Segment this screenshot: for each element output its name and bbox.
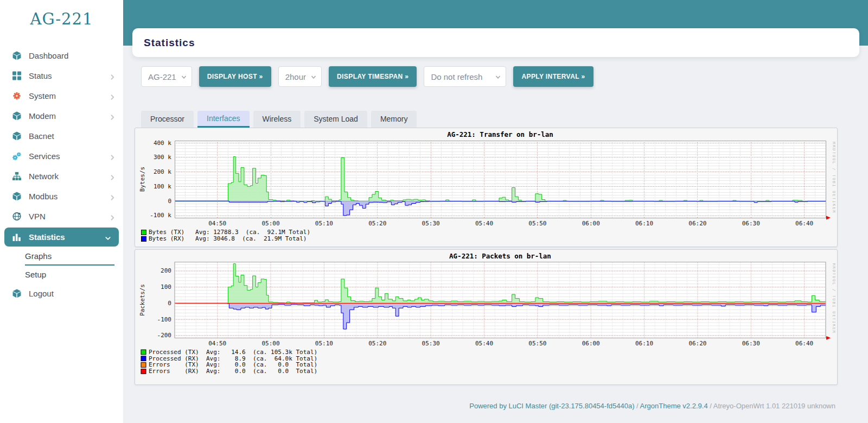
chevron-right-icon <box>109 93 116 99</box>
display-timespan-button[interactable]: DISPLAY TIMESPAN » <box>329 66 417 87</box>
svg-text:06:40: 06:40 <box>795 220 813 227</box>
sitemap-icon <box>11 172 22 181</box>
tab-system-load[interactable]: System Load <box>304 111 367 128</box>
footer: Powered by LuCI Master (git-23.175.80454… <box>469 402 835 410</box>
y-axis-label: Packets/s <box>139 284 146 316</box>
refresh-select[interactable]: Do not refresh <box>424 66 506 87</box>
svg-text:05:50: 05:50 <box>528 220 546 227</box>
sidebar: AG-221 DashboardStatusSystemModemBacnetS… <box>0 0 123 423</box>
page-title: Statistics <box>144 37 195 49</box>
svg-text:06:30: 06:30 <box>742 220 760 227</box>
sidebar-item-status[interactable]: Status <box>0 66 123 86</box>
sidebar-item-services[interactable]: Services <box>0 146 123 166</box>
sidebar-item-system[interactable]: System <box>0 86 123 106</box>
sidebar-item-label: System <box>29 91 56 100</box>
sidebar-item-logout[interactable]: Logout <box>0 283 123 304</box>
cube-icon <box>11 192 22 201</box>
footer-text: / <box>634 402 640 410</box>
grid-icon <box>11 71 22 80</box>
svg-text:06:30: 06:30 <box>742 340 760 347</box>
display-host-button[interactable]: DISPLAY HOST » <box>199 66 271 87</box>
sidebar-item-label: VPN <box>29 212 46 221</box>
graph-title: AG-221: Transfer on br-lan <box>447 130 553 138</box>
packets-chart-card: 2001000-100-20004:5005:0005:1005:2005:30… <box>135 249 838 385</box>
sidebar-item-label: Services <box>29 151 60 161</box>
chevron-right-icon <box>109 173 116 180</box>
sidebar-item-modem[interactable]: Modem <box>0 106 123 126</box>
chevron-right-icon <box>109 153 116 160</box>
svg-text:06:40: 06:40 <box>795 340 813 347</box>
svg-text:100 k: 100 k <box>154 183 171 190</box>
rrdtool-watermark: RRDTOOL / TOBI OETIKER <box>832 142 835 213</box>
sidebar-item-label: Network <box>29 172 59 181</box>
cube-icon <box>11 131 22 141</box>
brand-title: AG-221 <box>0 0 123 28</box>
sidebar-item-label: Statistics <box>29 232 65 242</box>
controls-row: AG-221 DISPLAY HOST » 2hour DISPLAY TIME… <box>141 66 593 87</box>
svg-text:05:40: 05:40 <box>475 220 493 227</box>
svg-text:05:30: 05:30 <box>422 340 440 347</box>
footer-text: / Atreyo-OpenWrt 1.01 221019 unknown <box>708 402 835 410</box>
svg-text:06:20: 06:20 <box>688 220 706 227</box>
svg-text:05:20: 05:20 <box>368 340 386 347</box>
svg-text:06:10: 06:10 <box>635 220 653 227</box>
svg-text:-200: -200 <box>157 332 171 339</box>
svg-text:-100 k: -100 k <box>150 212 171 219</box>
svg-text:-100: -100 <box>157 316 171 323</box>
tab-wireless[interactable]: Wireless <box>253 111 301 128</box>
chevron-down-icon <box>105 234 111 241</box>
sidebar-subitem-setup[interactable]: Setup <box>25 266 123 283</box>
title-card: Statistics <box>132 28 859 57</box>
globe-icon <box>11 212 22 221</box>
sidebar-menu: DashboardStatusSystemModemBacnetServices… <box>0 46 123 304</box>
sidebar-item-network[interactable]: Network <box>0 166 123 186</box>
tab-interfaces[interactable]: Interfaces <box>197 111 249 128</box>
cube-icon <box>11 51 22 60</box>
footer-link[interactable]: Powered by LuCI Master (git-23.175.80454… <box>469 402 634 410</box>
svg-text:100: 100 <box>161 283 171 291</box>
chart-bar-icon <box>11 232 22 242</box>
apply-interval-button[interactable]: APPLY INTERVAL » <box>513 66 593 87</box>
svg-text:04:50: 04:50 <box>208 220 226 227</box>
svg-text:05:20: 05:20 <box>368 220 386 227</box>
legend-row: Bytes (RX) Avg: 3046.8 (ca. 21.9M Total) <box>149 235 307 242</box>
svg-text:04:50: 04:50 <box>208 340 226 347</box>
svg-text:05:50: 05:50 <box>528 340 546 347</box>
sidebar-item-label: Bacnet <box>29 131 54 141</box>
svg-text:0: 0 <box>168 300 171 307</box>
gears-icon <box>11 151 22 161</box>
tab-processor[interactable]: Processor <box>141 111 194 128</box>
svg-text:05:00: 05:00 <box>261 220 279 227</box>
footer-link[interactable]: ArgonTheme v2.2.9.4 <box>640 402 708 410</box>
svg-text:200: 200 <box>161 268 171 275</box>
sidebar-item-label: Modem <box>29 111 56 121</box>
svg-text:06:20: 06:20 <box>688 340 706 347</box>
svg-text:05:40: 05:40 <box>475 340 493 347</box>
cube-icon <box>11 289 22 298</box>
svg-text:05:30: 05:30 <box>422 220 440 227</box>
tab-memory[interactable]: Memory <box>371 111 417 128</box>
cube-icon <box>11 111 22 121</box>
chevron-right-icon <box>109 113 116 119</box>
chevron-right-icon <box>109 193 116 200</box>
svg-text:300 k: 300 k <box>154 154 171 161</box>
rrd-graph-packets: 2001000-100-20004:5005:0005:1005:2005:30… <box>137 251 835 383</box>
legend-row: Errors (RX) Avg: 0.0 (ca. 0.0 Total) <box>149 368 317 375</box>
svg-text:0: 0 <box>168 198 171 205</box>
svg-text:400 k: 400 k <box>154 140 171 147</box>
sidebar-item-vpn[interactable]: VPN <box>0 206 123 226</box>
rrdtool-watermark: RRDTOOL / TOBI OETIKER <box>832 263 835 334</box>
sidebar-item-bacnet[interactable]: Bacnet <box>0 126 123 146</box>
sidebar-item-dashboard[interactable]: Dashboard <box>0 46 123 66</box>
sidebar-item-label: Status <box>29 71 52 80</box>
sidebar-item-label: Dashboard <box>29 51 68 60</box>
svg-text:05:10: 05:10 <box>315 340 333 347</box>
timespan-select[interactable]: 2hour <box>278 66 322 87</box>
svg-text:06:00: 06:00 <box>582 220 600 227</box>
chevron-right-icon <box>109 73 116 79</box>
chevron-right-icon <box>109 213 116 220</box>
sidebar-subitem-graphs[interactable]: Graphs <box>25 248 114 266</box>
sidebar-item-statistics[interactable]: Statistics <box>4 228 119 247</box>
sidebar-item-modbus[interactable]: Modbus <box>0 186 123 206</box>
host-select[interactable]: AG-221 <box>141 66 192 87</box>
